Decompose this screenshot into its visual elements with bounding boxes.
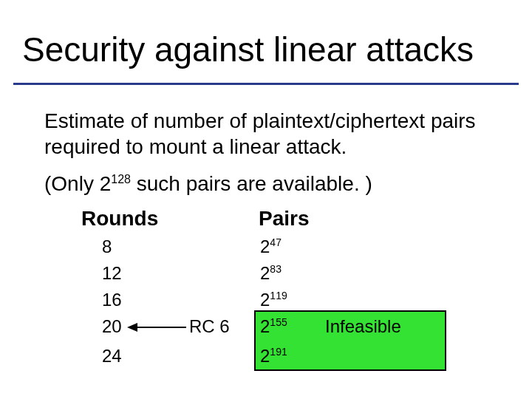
header-pairs: Pairs: [259, 207, 347, 231]
infeasible-label: Infeasible: [325, 316, 401, 337]
header-rounds: Rounds: [81, 207, 185, 231]
avail-exp: 128: [111, 173, 131, 185]
pairs-base: 2: [260, 263, 270, 283]
rc6-label: RC 6: [189, 316, 230, 337]
pairs-exp: 191: [270, 346, 287, 358]
rounds-cell: 8: [102, 236, 161, 257]
availability-text: (Only 2128 such pairs are available. ): [44, 171, 372, 197]
rounds-cell: 12: [102, 263, 161, 284]
rounds-cell: 16: [102, 290, 161, 310]
avail-prefix: (Only 2: [44, 172, 111, 195]
rounds-cell: 24: [102, 346, 161, 366]
pairs-cell: 247: [260, 236, 349, 257]
page-title: Security against linear attacks: [22, 33, 474, 66]
intro-text: Estimate of number of plaintext/cipherte…: [44, 108, 502, 160]
arrow-left-icon: [127, 321, 186, 334]
title-underline: [13, 83, 519, 85]
pairs-base: 2: [260, 290, 270, 310]
pairs-exp: 47: [270, 236, 282, 248]
pairs-base: 2: [260, 346, 270, 366]
pairs-exp: 119: [270, 290, 287, 301]
pairs-cell: 2119: [260, 290, 349, 310]
pairs-exp: 155: [270, 316, 287, 328]
pairs-base: 2: [260, 236, 270, 256]
pairs-cell: 283: [260, 263, 349, 284]
svg-marker-1: [127, 323, 137, 332]
avail-suffix: such pairs are available. ): [131, 172, 372, 195]
slide: Security against linear attacks Estimate…: [0, 0, 532, 399]
pairs-base: 2: [260, 316, 270, 336]
pairs-cell: 2191: [260, 346, 349, 366]
pairs-exp: 83: [270, 263, 282, 275]
